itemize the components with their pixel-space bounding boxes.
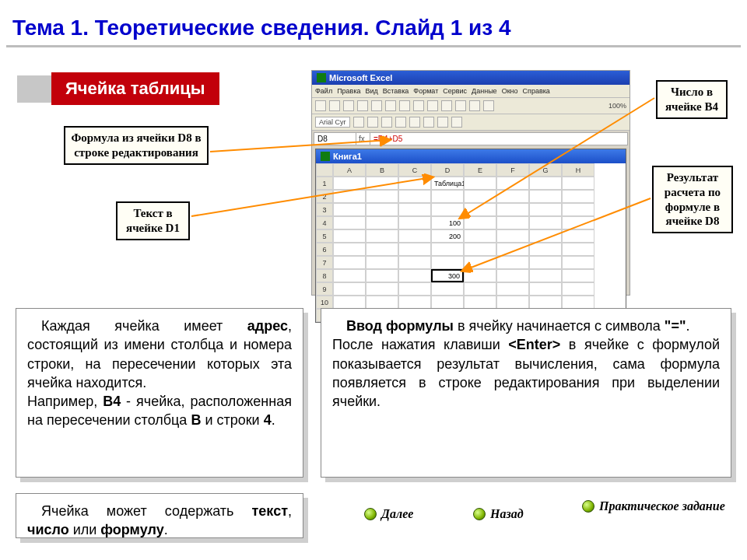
row-header[interactable]: 3: [316, 203, 333, 216]
toolbar-icon[interactable]: [353, 117, 364, 128]
toolbar-icon[interactable]: [381, 117, 392, 128]
toolbar-icon[interactable]: [357, 100, 368, 111]
cell-D6[interactable]: [431, 243, 464, 256]
row-header[interactable]: 5: [316, 229, 333, 243]
cell-G3[interactable]: [529, 203, 562, 216]
cell-B9[interactable]: [366, 282, 398, 296]
column-header[interactable]: F: [496, 163, 529, 177]
cell-C10[interactable]: [398, 296, 431, 309]
toolbar-icon[interactable]: [409, 117, 420, 128]
cell-E6[interactable]: [464, 243, 496, 256]
cell-A7[interactable]: [333, 256, 366, 269]
cell-A6[interactable]: [333, 243, 366, 256]
cell-D10[interactable]: [431, 296, 464, 309]
toolbar-icon[interactable]: [483, 100, 494, 111]
toolbar-icon[interactable]: [329, 100, 340, 111]
toolbar-icon[interactable]: [413, 100, 424, 111]
cell-C9[interactable]: [398, 282, 431, 296]
toolbar-icon[interactable]: [423, 117, 434, 128]
corner-cell[interactable]: [316, 163, 333, 177]
menu-item[interactable]: Сервис: [443, 87, 467, 95]
cell-H5[interactable]: [562, 229, 594, 243]
cell-G2[interactable]: [529, 190, 562, 203]
column-header[interactable]: A: [333, 163, 366, 177]
spreadsheet-grid[interactable]: ABCDEFGH1Таблица1234100520067830091011: [316, 163, 626, 322]
cell-H1[interactable]: [562, 177, 594, 190]
nav-next[interactable]: Далее: [364, 507, 413, 521]
toolbar-icon[interactable]: [399, 100, 410, 111]
cell-F6[interactable]: [496, 243, 529, 256]
cell-F4[interactable]: [496, 216, 529, 229]
cell-C7[interactable]: [398, 256, 431, 269]
cell-C1[interactable]: [398, 177, 431, 190]
menu-item[interactable]: Формат: [413, 87, 438, 95]
cell-H7[interactable]: [562, 256, 594, 269]
cell-H3[interactable]: [562, 203, 594, 216]
toolbar-icon[interactable]: [427, 100, 438, 111]
cell-C5[interactable]: [398, 229, 431, 243]
row-header[interactable]: 8: [316, 269, 333, 282]
cell-A5[interactable]: [333, 229, 366, 243]
cell-B7[interactable]: [366, 256, 398, 269]
cell-E3[interactable]: [464, 203, 496, 216]
toolbar-icon[interactable]: [315, 100, 326, 111]
cell-D8[interactable]: 300: [431, 269, 464, 282]
column-header[interactable]: E: [464, 163, 496, 177]
cell-B1[interactable]: [366, 177, 398, 190]
cell-D9[interactable]: [431, 282, 464, 296]
row-header[interactable]: 4: [316, 216, 333, 229]
cell-A1[interactable]: [333, 177, 366, 190]
toolbar-icon[interactable]: [371, 100, 382, 111]
toolbar-icon[interactable]: [451, 117, 462, 128]
cell-F8[interactable]: [496, 269, 529, 282]
cell-E8[interactable]: [464, 269, 496, 282]
menu-item[interactable]: Файл: [315, 87, 332, 95]
cell-B2[interactable]: [366, 190, 398, 203]
toolbar-icon[interactable]: [385, 100, 396, 111]
toolbar-icon[interactable]: [395, 117, 406, 128]
cell-H6[interactable]: [562, 243, 594, 256]
row-header[interactable]: 10: [316, 296, 333, 309]
cell-G5[interactable]: [529, 229, 562, 243]
column-header[interactable]: H: [562, 163, 594, 177]
cell-E10[interactable]: [464, 296, 496, 309]
cell-G9[interactable]: [529, 282, 562, 296]
cell-A10[interactable]: [333, 296, 366, 309]
cell-B5[interactable]: [366, 229, 398, 243]
font-name[interactable]: Arial Cyr: [315, 117, 350, 128]
cell-C4[interactable]: [398, 216, 431, 229]
toolbar-icon[interactable]: [441, 100, 452, 111]
cell-E2[interactable]: [464, 190, 496, 203]
cell-A9[interactable]: [333, 282, 366, 296]
cell-E1[interactable]: [464, 177, 496, 190]
cell-F1[interactable]: [496, 177, 529, 190]
cell-C8[interactable]: [398, 269, 431, 282]
cell-D1[interactable]: Таблица1: [431, 177, 464, 190]
toolbar-icon[interactable]: [455, 100, 466, 111]
cell-C2[interactable]: [398, 190, 431, 203]
cell-B3[interactable]: [366, 203, 398, 216]
row-header[interactable]: 2: [316, 190, 333, 203]
cell-G8[interactable]: [529, 269, 562, 282]
cell-G7[interactable]: [529, 256, 562, 269]
cell-A2[interactable]: [333, 190, 366, 203]
cell-D3[interactable]: [431, 203, 464, 216]
cell-D2[interactable]: [431, 190, 464, 203]
menu-item[interactable]: Вид: [366, 87, 378, 95]
row-header[interactable]: 9: [316, 282, 333, 296]
menu-item[interactable]: Окно: [502, 87, 518, 95]
menu-item[interactable]: Справка: [523, 87, 550, 95]
toolbar-icon[interactable]: [469, 100, 480, 111]
cell-D7[interactable]: [431, 256, 464, 269]
cell-F3[interactable]: [496, 203, 529, 216]
menu-item[interactable]: Правка: [337, 87, 360, 95]
cell-E5[interactable]: [464, 229, 496, 243]
cell-B8[interactable]: [366, 269, 398, 282]
cell-E4[interactable]: [464, 216, 496, 229]
row-header[interactable]: 7: [316, 256, 333, 269]
cell-D4[interactable]: 100: [431, 216, 464, 229]
cell-B6[interactable]: [366, 243, 398, 256]
row-header[interactable]: 1: [316, 177, 333, 190]
cell-A4[interactable]: [333, 216, 366, 229]
nav-practice[interactable]: Практическое задание: [582, 499, 730, 513]
